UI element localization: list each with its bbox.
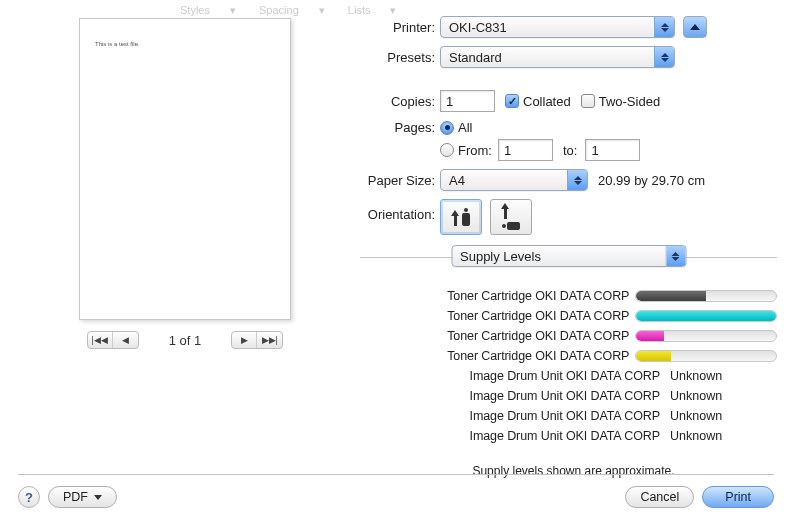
section-separator: Supply Levels [360,257,777,258]
orientation-landscape-button[interactable] [490,199,532,235]
supply-label: Toner Cartridge OKI DATA CORP [330,349,629,363]
pages-from-label: From: [458,143,492,158]
supply-row: Image Drum Unit OKI DATA CORPUnknown [330,386,777,406]
section-select-value: Supply Levels [460,249,541,264]
pages-all-radio[interactable] [440,121,454,135]
copies-label: Copies: [300,94,440,109]
supply-label: Toner Cartridge OKI DATA CORP [330,289,629,303]
skip-fwd-icon: ▶▶| [262,335,278,345]
supply-row: Toner Cartridge OKI DATA CORP [330,346,777,366]
supply-status: Unknown [670,409,722,423]
pdf-menu-button[interactable]: PDF [48,486,117,508]
supply-bar-fill [636,351,671,361]
paper-size-select[interactable]: A4 [440,169,588,191]
pages-label: Pages: [300,120,440,135]
pdf-menu-label: PDF [63,490,88,504]
collapse-details-button[interactable] [683,16,707,38]
copies-field[interactable]: 1 [440,90,495,112]
pager-last-button[interactable]: ▶▶| [257,332,282,348]
select-arrows-icon [654,17,674,37]
select-arrows-icon [665,246,685,266]
chevron-down-icon [94,495,102,500]
supply-row: Toner Cartridge OKI DATA CORP [330,326,777,346]
collated-checkbox[interactable] [505,94,519,108]
select-arrows-icon [567,170,587,190]
supply-row: Toner Cartridge OKI DATA CORP [330,286,777,306]
pages-to-value: 1 [591,143,598,158]
supply-bar [635,290,777,302]
supply-label: Image Drum Unit OKI DATA CORP [330,369,660,383]
supply-row: Image Drum Unit OKI DATA CORPUnknown [330,366,777,386]
pager-first-button[interactable]: |◀◀ [88,332,113,348]
supply-levels-list: Toner Cartridge OKI DATA CORPToner Cartr… [330,286,777,446]
supply-label: Image Drum Unit OKI DATA CORP [330,429,660,443]
supply-status: Unknown [670,429,722,443]
supply-bar-fill [636,291,706,301]
printer-select[interactable]: OKI-C831 [440,16,675,38]
pages-range-radio[interactable] [440,143,454,157]
presets-select-value: Standard [449,50,502,65]
pages-from-value: 1 [504,143,511,158]
two-sided-checkbox[interactable] [581,94,595,108]
supply-status: Unknown [670,389,722,403]
presets-select[interactable]: Standard [440,46,675,68]
back-icon: ◀ [122,335,129,345]
supply-bar [635,330,777,342]
paper-dims-label: 20.99 by 29.70 cm [598,173,705,188]
select-arrows-icon [654,47,674,67]
pager-fwd-group: ▶ ▶▶| [231,331,283,349]
cancel-button[interactable]: Cancel [625,486,694,508]
supply-row: Image Drum Unit OKI DATA CORPUnknown [330,406,777,426]
supply-label: Toner Cartridge OKI DATA CORP [330,309,629,323]
two-sided-label: Two-Sided [599,94,660,109]
preview-sample-text: This is a test file. [95,41,140,47]
supply-row: Toner Cartridge OKI DATA CORP [330,306,777,326]
landscape-icon [502,203,520,231]
supply-approx-note: Supply levels shown are approximate. [370,464,777,478]
presets-label: Presets: [300,50,440,65]
printer-label: Printer: [300,20,440,35]
portrait-icon [452,208,471,226]
supply-bar-fill [636,331,664,341]
orientation-label: Orientation: [300,199,440,222]
print-button[interactable]: Print [702,486,774,508]
supply-bar-fill [636,311,776,321]
cancel-label: Cancel [640,490,679,504]
pages-to-label: to: [563,143,577,158]
pages-from-field[interactable]: 1 [498,139,553,161]
print-label: Print [725,490,751,504]
supply-label: Image Drum Unit OKI DATA CORP [330,409,660,423]
fwd-icon: ▶ [241,335,248,345]
supply-bar [635,310,777,322]
pager-back-group: |◀◀ ◀ [87,331,139,349]
paper-size-label: Paper Size: [300,173,440,188]
section-select[interactable]: Supply Levels [451,245,686,267]
collated-label: Collated [523,94,571,109]
supply-label: Toner Cartridge OKI DATA CORP [330,329,629,343]
skip-back-icon: |◀◀ [92,335,108,345]
page-preview: This is a test file. [79,18,291,320]
help-button[interactable]: ? [18,486,40,508]
pages-to-field[interactable]: 1 [585,139,640,161]
copies-value: 1 [446,94,453,109]
supply-label: Image Drum Unit OKI DATA CORP [330,389,660,403]
orientation-portrait-button[interactable] [440,199,482,235]
paper-size-value: A4 [449,173,465,188]
pages-all-label: All [458,120,472,135]
printer-select-value: OKI-C831 [449,20,507,35]
footer-separator [18,474,774,475]
pager-next-button[interactable]: ▶ [232,332,257,348]
preview-pager: |◀◀ ◀ 1 of 1 ▶ ▶▶| [79,329,291,351]
pager-prev-button[interactable]: ◀ [113,332,138,348]
pager-count: 1 of 1 [169,333,202,348]
help-icon: ? [25,490,33,505]
supply-bar [635,350,777,362]
supply-row: Image Drum Unit OKI DATA CORPUnknown [330,426,777,446]
supply-status: Unknown [670,369,722,383]
